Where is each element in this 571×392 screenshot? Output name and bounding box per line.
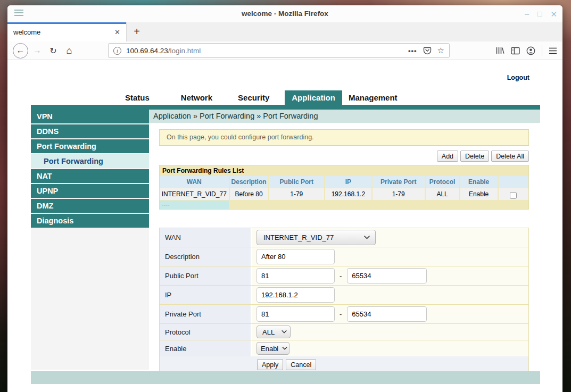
nav-tab-management[interactable]: Management (349, 93, 398, 105)
range-separator: - (340, 272, 342, 280)
private-port-to-input[interactable] (347, 306, 427, 322)
sidebar-item-dmz[interactable]: DMZ (31, 199, 149, 213)
chevron-down-icon (364, 236, 370, 239)
private-port-label: Private Port (160, 305, 252, 323)
reload-button[interactable]: ↻ (45, 43, 61, 59)
cell-description: Before 80 (230, 188, 268, 200)
description-label: Description (160, 247, 252, 266)
col-header-private-port: Private Port (373, 176, 425, 188)
maximize-button[interactable]: □ (537, 10, 542, 18)
title-bar: welcome - Mozilla Firefox – □ ✕ (7, 5, 562, 22)
sidebar-item-vpn[interactable]: VPN (31, 110, 149, 123)
nav-tab-status[interactable]: Status (125, 93, 150, 105)
sidebar-panel-icon[interactable] (511, 47, 520, 55)
table-title: Port Forwarding Rules List (160, 165, 528, 176)
pocket-icon[interactable] (423, 46, 432, 55)
titlebar-hamburger-icon[interactable] (14, 10, 23, 17)
navigation-toolbar: ← → ↻ ⌂ i 100.69.64.23/login.html ••• ☆ (7, 41, 562, 60)
wan-label: WAN (160, 228, 252, 247)
sidebar-item-diagnosis[interactable]: Diagnosis (31, 214, 149, 228)
account-icon[interactable] (526, 46, 535, 55)
chevron-down-icon (282, 347, 287, 350)
app-menu-icon[interactable] (549, 47, 557, 54)
tab-close-icon[interactable]: ✕ (113, 28, 122, 36)
sidebar-item-port-forwarding[interactable]: Port Forwarding (31, 139, 149, 153)
table-actions: Add Delete Delete All (149, 151, 529, 162)
back-button[interactable]: ← (13, 43, 28, 59)
nav-tab-network[interactable]: Network (181, 93, 212, 105)
minimize-button[interactable]: – (525, 10, 529, 18)
sidebar-item-ddns[interactable]: DDNS (31, 124, 149, 138)
col-header-description: Description (230, 176, 268, 188)
home-button[interactable]: ⌂ (61, 43, 77, 59)
col-header-select (499, 176, 528, 188)
close-button[interactable]: ✕ (550, 10, 557, 18)
firefox-window: welcome - Mozilla Firefox – □ ✕ welcome … (7, 5, 562, 392)
port-forwarding-rules-table: Port Forwarding Rules List WAN Descripti… (159, 165, 529, 210)
enable-label: Enable (160, 340, 252, 356)
public-port-to-input[interactable] (347, 268, 427, 283)
top-nav-tabs: Status Network Security Application Mana… (7, 90, 562, 105)
private-port-from-input[interactable] (256, 306, 335, 322)
site-info-icon[interactable]: i (113, 47, 121, 55)
nav-tab-application[interactable]: Application (285, 90, 342, 105)
cell-enable: Enable (460, 188, 498, 200)
cancel-button[interactable]: Cancel (286, 359, 316, 370)
col-header-public-port: Public Port (269, 176, 324, 188)
sidebar-subitem-port-forwarding[interactable]: Port Forwarding (31, 154, 149, 168)
apply-button[interactable]: Apply (257, 359, 283, 370)
protocol-label: Protocol (160, 324, 252, 340)
description-input[interactable] (256, 249, 335, 264)
delete-all-button[interactable]: Delete All (491, 151, 529, 162)
router-page: Logout Status Network Security Applicati… (7, 60, 562, 392)
cell-private-port: 1-79 (373, 188, 425, 200)
tab-title: welcome (13, 28, 113, 36)
delete-button[interactable]: Delete (460, 151, 489, 162)
add-button[interactable]: Add (437, 151, 458, 162)
tab-welcome[interactable]: welcome ✕ (7, 22, 127, 41)
chevron-down-icon (282, 330, 287, 333)
col-header-enable: Enable (460, 176, 498, 188)
range-separator: - (340, 310, 342, 318)
placeholder-cell: ---- (160, 201, 229, 209)
page-hint-text: On this page, you could configure port f… (159, 129, 529, 146)
col-header-protocol: Protocol (426, 176, 459, 188)
cell-ip: 192.168.1.2 (325, 188, 371, 200)
cell-public-port: 1-79 (269, 188, 324, 200)
bookmark-star-icon[interactable]: ☆ (437, 46, 444, 55)
library-icon[interactable] (495, 46, 504, 55)
cell-protocol: ALL (426, 188, 459, 200)
forward-button[interactable]: → (29, 43, 45, 59)
col-header-wan: WAN (160, 176, 229, 188)
page-footer-bar (31, 371, 540, 384)
ip-input[interactable] (256, 287, 335, 303)
nav-tab-security[interactable]: Security (238, 93, 269, 105)
enable-select[interactable]: Enabl (256, 342, 289, 355)
url-path: /login.html (168, 47, 201, 55)
sidebar: VPN DDNS Port Forwarding Port Forwarding… (31, 110, 149, 370)
page-actions-icon[interactable]: ••• (408, 47, 417, 55)
table-row: INTERNET_R_VID_77 Before 80 1-79 192.168… (160, 188, 528, 200)
wan-select[interactable]: INTERNET_R_VID_77 (256, 230, 376, 245)
logout-link[interactable]: Logout (507, 74, 529, 81)
port-forwarding-form: WAN INTERNET_R_VID_77 Description (159, 228, 529, 374)
table-header-row: WAN Description Public Port IP Private P… (160, 176, 528, 188)
rule-select-checkbox[interactable] (510, 192, 517, 199)
tab-bar: welcome ✕ + (7, 22, 562, 41)
col-header-ip: IP (325, 176, 371, 188)
breadcrumb: Application » Port Forwarding » Port For… (149, 110, 540, 123)
cell-wan: INTERNET_R_VID_77 (160, 188, 229, 200)
sidebar-item-nat[interactable]: NAT (31, 169, 149, 183)
url-bar[interactable]: i 100.69.64.23/login.html ••• ☆ (108, 43, 450, 58)
content-area: Application » Port Forwarding » Port For… (149, 110, 540, 370)
ip-label: IP (160, 286, 252, 304)
nav-divider-bar (31, 105, 540, 110)
window-title: welcome - Mozilla Firefox (7, 5, 562, 22)
table-placeholder-row: ---- (160, 201, 528, 209)
sidebar-item-upnp[interactable]: UPNP (31, 184, 149, 198)
public-port-from-input[interactable] (256, 268, 335, 283)
url-host: 100.69.64.23 (126, 47, 168, 55)
new-tab-button[interactable]: + (127, 22, 147, 41)
toolbar-separator (542, 45, 542, 56)
protocol-select[interactable]: ALL (256, 326, 291, 338)
